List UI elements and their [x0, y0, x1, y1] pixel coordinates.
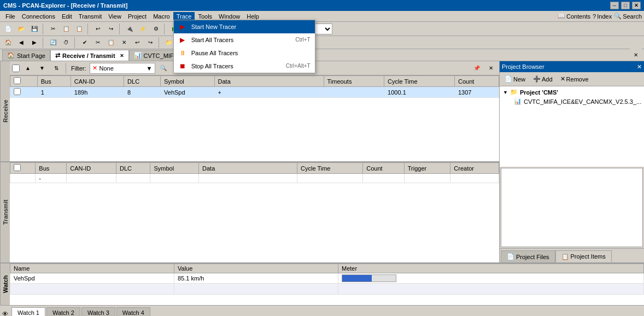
recv-row-canid: 189h	[71, 87, 124, 98]
toolbar-save[interactable]: 💾	[28, 23, 40, 35]
recv-down-btn[interactable]: ▼	[36, 62, 48, 74]
nav-cut2[interactable]: ✂	[92, 37, 104, 49]
tree-project-root[interactable]: ▼ 📁 Project 'CMS'	[501, 87, 643, 97]
nav-undo2[interactable]: ↩	[131, 37, 143, 49]
transmit-table-container: Bus CAN-ID DLC Symbol Data Cycle Time Co…	[10, 162, 499, 262]
recv-col-symbol[interactable]: Symbol	[161, 76, 215, 87]
trans-col-data[interactable]: Data	[199, 163, 297, 174]
trans-col-creator[interactable]: Creator	[450, 163, 499, 174]
nav-timer[interactable]: ⏱	[60, 37, 72, 49]
recv-row-cycletime: 1000.1	[384, 87, 455, 98]
tree-item-cvtc[interactable]: 📊 CVTC_MIFA_ICE&EV_CANCMX_V2.5.3_...	[501, 97, 643, 106]
restore-button[interactable]: □	[621, 2, 630, 9]
tab-start-page[interactable]: 🏠 Start Page	[2, 50, 50, 61]
watch-col-meter[interactable]: Meter	[338, 264, 644, 273]
trans-col-trigger[interactable]: Trigger	[404, 163, 450, 174]
menu-start-new-tracer[interactable]: ▶ Start New Tracer	[174, 20, 315, 33]
filter-combo[interactable]: ✕ None ▼	[90, 63, 155, 74]
recv-pin-btn[interactable]: 📌	[471, 62, 483, 74]
watch-tab-3[interactable]: Watch 3	[81, 307, 115, 316]
sep8	[74, 37, 77, 48]
help-index[interactable]: ? Index	[593, 13, 612, 20]
watch-col-value[interactable]: Value	[174, 264, 338, 273]
pb-new-btn[interactable]: 📄 New	[502, 74, 528, 84]
recv-check-all[interactable]	[14, 77, 21, 84]
nav-redo2[interactable]: ↪	[144, 37, 156, 49]
close-button[interactable]: ✕	[632, 2, 641, 9]
remove-icon: ✕	[560, 75, 565, 83]
nav-check[interactable]: ✔	[79, 37, 91, 49]
toolbar-disconnect[interactable]: ⚡	[137, 23, 149, 35]
recv-col-cycletime[interactable]: Cycle Time	[384, 76, 455, 87]
menu-file[interactable]: File	[2, 12, 19, 21]
menu-pause-all-tracers[interactable]: ⏸ Pause All Tracers	[174, 46, 315, 60]
rt-close-icon[interactable]: ✕	[120, 53, 124, 58]
toolbar-cut[interactable]: ✂	[47, 23, 59, 35]
recv-up-btn[interactable]: ▲	[22, 62, 34, 74]
recv-filter-btn[interactable]: 🔍	[157, 62, 169, 74]
watch-icon-area: 👁	[2, 311, 8, 316]
pb-toolbar: 📄 New ➕ Add ✕ Remove	[500, 72, 644, 86]
recv-col-count[interactable]: Count	[454, 76, 499, 87]
pb-tab-items[interactable]: 📋 Project Items	[555, 250, 612, 262]
nav-paste2[interactable]: 📋	[105, 37, 117, 49]
nav-refresh[interactable]: 🔄	[47, 37, 59, 49]
watch-tab-4[interactable]: Watch 4	[116, 307, 150, 316]
recv-col-canid[interactable]: CAN-ID	[71, 76, 124, 87]
menu-start-all-tracers[interactable]: ▶ Start All Tracers Ctrl+T	[174, 33, 315, 46]
help-search[interactable]: 🔍 Search	[614, 13, 642, 20]
trans-col-dlc[interactable]: DLC	[116, 163, 150, 174]
toolbar-redo[interactable]: ↪	[105, 23, 117, 35]
trans-col-canid[interactable]: CAN-ID	[67, 163, 116, 174]
toolbar-copy[interactable]: 📋	[60, 23, 72, 35]
trans-check-all[interactable]	[14, 164, 21, 171]
recv-row-data[interactable]: +	[214, 87, 324, 98]
recv-col-bus[interactable]: Bus	[37, 76, 71, 87]
nav-back[interactable]: ◀	[15, 37, 27, 49]
help-contents[interactable]: 📖 Contents	[558, 13, 590, 20]
new-label: New	[513, 76, 525, 83]
toolbar-undo[interactable]: ↩	[92, 23, 104, 35]
recv-sort-btn[interactable]: ⇅	[50, 62, 62, 74]
nav-forward[interactable]: ▶	[28, 37, 40, 49]
nav-delete[interactable]: ✕	[118, 37, 130, 49]
watch-tab-2[interactable]: Watch 2	[46, 307, 80, 316]
minimize-button[interactable]: ─	[610, 2, 619, 9]
menu-macro[interactable]: Macro	[150, 12, 173, 21]
menu-connections[interactable]: Connections	[19, 12, 58, 21]
recv-col-dlc[interactable]: DLC	[124, 76, 161, 87]
toolbar-settings[interactable]: ⚙	[150, 23, 162, 35]
receive-select-all[interactable]	[12, 65, 20, 72]
pb-title: Project Browser	[502, 63, 545, 70]
filter-dropdown-icon[interactable]: ▼	[147, 65, 153, 72]
menu-project[interactable]: Project	[125, 12, 150, 21]
trans-col-bus[interactable]: Bus	[36, 163, 67, 174]
pb-remove-btn[interactable]: ✕ Remove	[558, 74, 592, 84]
toolbar-open[interactable]: 📂	[15, 23, 27, 35]
menu-view[interactable]: View	[105, 12, 125, 21]
nav-home[interactable]: 🏠	[2, 37, 14, 49]
toolbar-paste[interactable]: 📋	[73, 23, 85, 35]
watch-tab-1[interactable]: Watch 1	[11, 307, 45, 316]
filter-x-icon: ✕	[92, 65, 97, 72]
menu-stop-all-tracers[interactable]: ⏹ Stop All Tracers Ctrl+Alt+T	[174, 60, 315, 73]
recv-close-btn[interactable]: ✕	[485, 62, 497, 74]
watch-row-value: 85.1 km/h	[174, 273, 338, 284]
trans-col-count[interactable]: Count	[363, 163, 405, 174]
trans-col-symbol[interactable]: Symbol	[150, 163, 199, 174]
index-icon: ?	[593, 13, 596, 20]
tab-receive-transmit[interactable]: ⇄ Receive / Transmit ✕	[50, 50, 129, 61]
tab-close-btn[interactable]: ✕	[630, 49, 642, 61]
toolbar-new[interactable]: 📄	[2, 23, 14, 35]
recv-row-check[interactable]	[10, 87, 38, 98]
recv-col-timeouts[interactable]: Timeouts	[324, 76, 384, 87]
pb-add-btn[interactable]: ➕ Add	[530, 74, 555, 84]
toolbar-connect[interactable]: 🔌	[124, 23, 136, 35]
recv-col-data[interactable]: Data	[214, 76, 324, 87]
watch-col-name[interactable]: Name	[10, 264, 174, 273]
pb-tab-files[interactable]: 📄 Project Files	[501, 250, 555, 262]
menu-edit[interactable]: Edit	[58, 12, 75, 21]
pb-close-btn[interactable]: ✕	[637, 63, 642, 71]
trans-col-cycletime[interactable]: Cycle Time	[297, 163, 363, 174]
menu-transmit[interactable]: Transmit	[75, 12, 105, 21]
